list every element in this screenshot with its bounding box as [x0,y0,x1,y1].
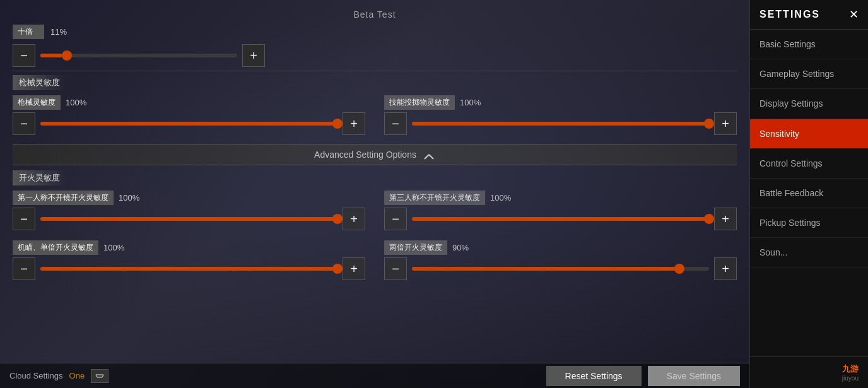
sidebar-header: SETTINGS ✕ [750,0,868,30]
sidebar: SETTINGS ✕ Basic Settings Gameplay Setti… [749,0,868,388]
gun-left-thumb [332,119,343,129]
gun-right-minus[interactable]: − [384,112,407,135]
gun-right-percent: 100% [460,98,481,107]
fire-topright-track[interactable] [412,217,709,221]
divider-1 [13,71,737,71]
scope-slider-thumb [62,50,72,61]
sidebar-item-basic[interactable]: Basic Settings [750,30,868,59]
gun-right-label: 技能投掷物灵敏度 [384,95,455,110]
cloud-settings-value: One [69,371,85,380]
reset-settings-button[interactable]: Reset Settings [546,366,642,386]
fire-topright-minus[interactable]: − [384,208,407,230]
fire-botright-percent: 90% [452,243,469,252]
scope-minus-btn[interactable]: − [13,44,35,67]
fire-botleft-minus[interactable]: − [13,257,35,280]
fire-topleft-label-row: 第一人称不开镜开火灵敏度 100% [13,191,365,205]
fire-topleft-plus[interactable]: + [343,208,365,230]
fire-botleft-label-row: 机瞄、单倍开火灵敏度 100% [13,240,365,255]
main-content: Beta Test 十倍 11% − + 枪械灵敏度 枪械灵敏度 100% − [0,0,749,388]
fire-topleft-fill [40,217,337,221]
logo-text: 九游 [842,363,859,375]
sidebar-item-control[interactable]: Control Settings [750,149,868,179]
fire-topleft-thumb [332,214,343,224]
advanced-label: Advanced Setting Options [314,150,416,160]
fire-botright-slider: − + [384,257,737,280]
gun-left-group: 枪械灵敏度 100% − + [13,95,365,139]
close-button[interactable]: ✕ [849,8,859,21]
bottom-buttons: Reset Settings Save Settings [546,366,740,386]
fire-botright-fill [412,267,679,271]
fire-topleft-track[interactable] [40,217,337,221]
gun-right-thumb [704,119,714,129]
gun-left-label: 枪械灵敏度 [13,95,61,110]
scope-row: 十倍 11% [13,25,737,39]
sidebar-item-battle[interactable]: Battle Feedback [750,179,868,208]
scope-plus-btn[interactable]: + [242,44,265,67]
fire-topright-label-row: 第三人称不开镜开火灵敏度 100% [384,191,737,205]
bottom-bar: Cloud Settings One Reset Settings Save S… [0,363,749,388]
gun-left-fill [40,122,337,126]
fire-topright-label: 第三人称不开镜开火灵敏度 [384,191,485,205]
fire-topright-thumb [704,214,714,224]
fire-sensitivity-label: 开火灵敏度 [13,170,66,185]
advanced-bar[interactable]: Advanced Setting Options [13,144,737,165]
scope-slider-fill [40,54,62,57]
fire-botleft-plus[interactable]: + [343,257,365,280]
gun-left-slider-container: − + [13,112,365,135]
scope-label: 十倍 [13,25,44,39]
fire-topright-group: 第三人称不开镜开火灵敏度 100% − + [384,191,737,234]
fire-topleft-minus[interactable]: − [13,208,35,230]
gun-right-slider-container: − + [384,112,737,135]
gun-sensitivity-label: 枪械灵敏度 [13,75,66,90]
fire-botright-minus[interactable]: − [384,257,407,280]
fire-topright-percent: 100% [490,193,511,203]
sidebar-item-sensitivity[interactable]: Sensitivity [750,119,868,149]
sidebar-title: SETTINGS [760,9,820,20]
fire-botleft-slider: − + [13,257,365,280]
gun-left-track[interactable] [40,122,337,126]
scope-percent: 11% [50,27,67,37]
fire-topleft-label: 第一人称不开镜开火灵敏度 [13,191,114,205]
fire-botright-track[interactable] [412,267,709,271]
cloud-settings-icon[interactable] [91,369,108,383]
gun-right-plus[interactable]: + [714,112,737,135]
fire-botleft-track[interactable] [40,267,337,271]
fire-topleft-group: 第一人称不开镜开火灵敏度 100% − + [13,191,365,234]
gun-right-track[interactable] [412,122,709,126]
header-title: Beta Test [13,6,737,25]
fire-botright-plus[interactable]: + [714,257,737,280]
fire-botleft-thumb [332,264,343,274]
gun-sensitivity-grid: 枪械灵敏度 100% − + 技能投掷物灵敏度 100% − [13,95,737,139]
chevron-up-icon [423,150,435,159]
gun-left-plus[interactable]: + [343,112,365,135]
logo-sub: jiuyou [842,375,859,382]
gun-left-label-row: 枪械灵敏度 100% [13,95,365,110]
gun-left-percent: 100% [66,98,86,107]
fire-topright-slider: − + [384,208,737,230]
cloud-settings-label: Cloud Settings [9,371,63,380]
scope-slider-wrap: − + [13,44,265,67]
fire-topright-plus[interactable]: + [714,208,737,230]
fire-topleft-percent: 100% [119,193,139,203]
sidebar-item-sound[interactable]: Soun... [750,238,868,267]
sidebar-item-pickup[interactable]: Pickup Settings [750,208,868,238]
logo-area: 九游 jiuyou [750,356,868,388]
fire-botright-thumb [674,264,684,274]
fire-botleft-percent: 100% [103,243,124,252]
gun-right-label-row: 技能投掷物灵敏度 100% [384,95,737,110]
fire-sensitivity-grid: 第一人称不开镜开火灵敏度 100% − + 第三人称不开镜开火灵敏度 100% … [13,191,737,284]
fire-topleft-slider: − + [13,208,365,230]
fire-botleft-group: 机瞄、单倍开火灵敏度 100% − + [13,240,365,284]
gun-left-minus[interactable]: − [13,112,35,135]
gun-right-fill [412,122,709,126]
scope-slider-track[interactable] [40,54,237,57]
fire-botright-label-row: 两倍开火灵敏度 90% [384,240,737,255]
save-settings-button[interactable]: Save Settings [648,366,740,386]
sidebar-item-gameplay[interactable]: Gameplay Settings [750,59,868,89]
fire-botleft-fill [40,267,337,271]
fire-botright-label: 两倍开火灵敏度 [384,240,447,255]
fire-topright-fill [412,217,709,221]
gun-right-group: 技能投掷物灵敏度 100% − + [384,95,737,139]
sidebar-item-display[interactable]: Display Settings [750,89,868,119]
fire-botleft-label: 机瞄、单倍开火灵敏度 [13,240,98,255]
